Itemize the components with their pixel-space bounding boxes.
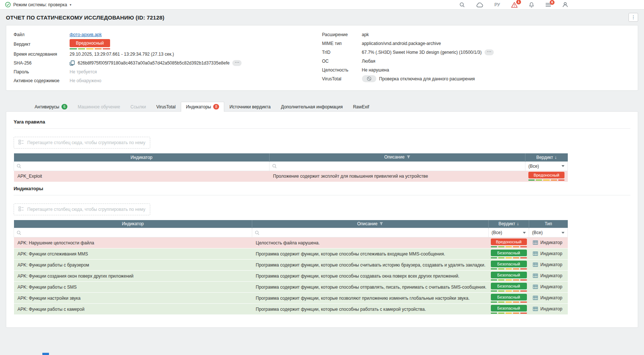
tab-label: Дополнительная информация [281, 104, 343, 109]
user-profile-icon[interactable] [562, 2, 568, 8]
file-link[interactable]: фото-архив.apk [70, 32, 102, 37]
yara-group-by-dropzone[interactable]: Перетащите столбец сюда, чтобы сгруппиро… [14, 137, 150, 149]
system-mode-label: Режим системы: проверка [13, 2, 67, 7]
column-filter-select[interactable]: (Все) [532, 230, 564, 235]
ellipsis-icon: ⋯ [235, 60, 239, 65]
indicator-cell: APK: Функции работы с SMS [14, 282, 252, 293]
column-filter-select[interactable]: (Все) [528, 164, 564, 169]
info-value: Вредоносный [70, 39, 110, 49]
tab-label: Машинное обучение [78, 104, 120, 109]
info-label: SHA-256 [14, 60, 70, 66]
tab-additional-info[interactable]: Дополнительная информация [276, 102, 348, 112]
info-value-text: 29.10.2025, 13:29:07.661 - 13:29:34.792 … [70, 52, 174, 57]
column-search-input[interactable] [17, 162, 266, 171]
notifications-bell-icon[interactable] [529, 2, 534, 8]
search-icon [17, 164, 21, 168]
info-value: Не требуется [70, 69, 97, 74]
header-filter-icon[interactable] [379, 222, 383, 227]
tab-label: RawExif [353, 104, 369, 109]
verdict-badge: Безопасный [491, 305, 527, 312]
warnings-badge: 1 [516, 0, 521, 4]
tab-virustotal[interactable]: VirusTotal [151, 102, 180, 112]
column-header-description[interactable]: Описание [270, 153, 525, 161]
header-filter-icon[interactable] [407, 155, 411, 160]
verdict-cell: Безопасный [489, 304, 529, 315]
info-row: ОСЛюбая [322, 57, 631, 65]
filter-row: (Все)(Все) [14, 228, 568, 237]
system-mode-dropdown[interactable]: Режим системы: проверка ▾ [5, 2, 71, 7]
info-value-text: application/vnd.android.package-archive [362, 41, 441, 46]
tab-machine-learning[interactable]: Машинное обучение [73, 102, 125, 112]
tasks-queue-icon[interactable]: 6 [545, 2, 551, 7]
info-label: TrID [322, 50, 362, 55]
language-switcher[interactable]: РУ [495, 2, 500, 7]
info-label: ОС [322, 59, 362, 64]
table-row[interactable]: APK: Функции создания окон поверх других… [14, 271, 568, 282]
tab-antivirus[interactable]: Антивирусы6 [29, 102, 73, 112]
column-search-input[interactable] [255, 228, 485, 237]
type-label: Индикатор [541, 240, 563, 245]
verdict-badge: Вредоносный [528, 172, 564, 178]
group-hint-text: Перетащите столбец сюда, чтобы сгруппиро… [27, 140, 145, 145]
column-filter-select[interactable]: (Все) [492, 230, 526, 235]
info-value: 626b8f975f005f79180a8c4637a00a0a57d42a50… [70, 60, 242, 66]
verdict-badge: Безопасный [491, 294, 527, 300]
chevron-down-icon [562, 232, 564, 234]
verdict-cell: Безопасный [489, 260, 529, 271]
indicators-group-by-dropzone[interactable]: Перетащите столбец сюда, чтобы сгруппиро… [14, 203, 150, 215]
tab-indicators[interactable]: Индикаторы8 [181, 102, 224, 112]
filter-row: (Все) [14, 161, 568, 171]
virustotal-disabled-pill [362, 75, 376, 82]
tab-verdict-sources[interactable]: Источники вердикта [224, 102, 276, 112]
type-cell: Индикатор [529, 237, 568, 248]
group-by-icon [18, 140, 24, 146]
info-value: Любая [362, 59, 376, 64]
page-menu-button[interactable]: ⋮ [629, 13, 638, 22]
verdict-severity-scale [491, 246, 527, 247]
verdict-severity-scale [491, 302, 527, 303]
verdict-cell: Безопасный [489, 248, 529, 260]
verdict-badge: Безопасный [491, 272, 527, 278]
search-icon[interactable] [459, 2, 465, 8]
copy-icon[interactable] [70, 60, 75, 66]
type-label: Индикатор [541, 306, 563, 312]
yara-rules-table: ИндикаторОписаниеВердикт↓(Все)APK_Exploi… [14, 153, 568, 182]
table-row[interactable]: APK: Функции настройки звукаПрограмма со… [14, 293, 568, 304]
column-header-label: Описание [384, 154, 404, 160]
indicator-cell: APK_Exploit [14, 171, 270, 182]
verdict-severity-scale [70, 48, 110, 49]
verdict-cell: Вредоносный [489, 237, 529, 248]
sort-desc-icon: ↓ [517, 221, 519, 226]
info-label: Вердикт [14, 42, 70, 47]
table-row[interactable]: APK: Функции работы с SMSПрограмма содер… [14, 282, 568, 293]
indicator-type-icon [533, 251, 538, 257]
tab-links[interactable]: Ссылки [125, 102, 151, 112]
table-row[interactable]: APK_ExploitПроложение содержит эксплойт … [14, 171, 568, 182]
table-row[interactable]: APK: Функции отслеживания MMSПрограмма с… [14, 248, 568, 260]
column-header-label: Вердикт [536, 155, 553, 160]
cloud-icon[interactable] [476, 2, 483, 7]
column-header-verdict[interactable]: Вердикт↓ [525, 153, 568, 161]
verdict-cell: Безопасный [489, 293, 529, 304]
column-header-verdict[interactable]: Вердикт↓ [489, 220, 529, 228]
column-header-type[interactable]: Тип [529, 220, 568, 228]
column-header-indicator[interactable]: Индикатор [14, 220, 252, 228]
column-header-indicator[interactable]: Индикатор [14, 153, 270, 161]
bottom-blue-strip [42, 353, 49, 355]
more-button[interactable]: ⋯ [485, 49, 494, 55]
verdict-severity-scale [491, 279, 527, 281]
column-header-description[interactable]: Описание [252, 220, 489, 228]
info-row: Время исследования29.10.2025, 13:29:07.6… [14, 50, 322, 58]
column-search-input[interactable] [272, 162, 522, 171]
more-button[interactable]: ⋯ [232, 60, 242, 66]
verdict-severity-scale [491, 268, 527, 269]
column-search-input[interactable] [17, 228, 249, 237]
info-label: Время исследования [14, 52, 70, 57]
warnings-icon[interactable]: 1 [511, 2, 518, 8]
tab-rawexif[interactable]: RawExif [348, 102, 374, 112]
info-row: Файлфото-архив.apk [14, 30, 322, 39]
table-row[interactable]: APK: Функции работы с браузеромПрограмма… [14, 260, 568, 271]
filter-select-value: (Все) [492, 230, 502, 235]
table-row[interactable]: APK: Нарушение целостности файлаЦелостно… [14, 237, 568, 248]
table-row[interactable]: APK: Функции работы с камеройПрограмма с… [14, 304, 568, 315]
